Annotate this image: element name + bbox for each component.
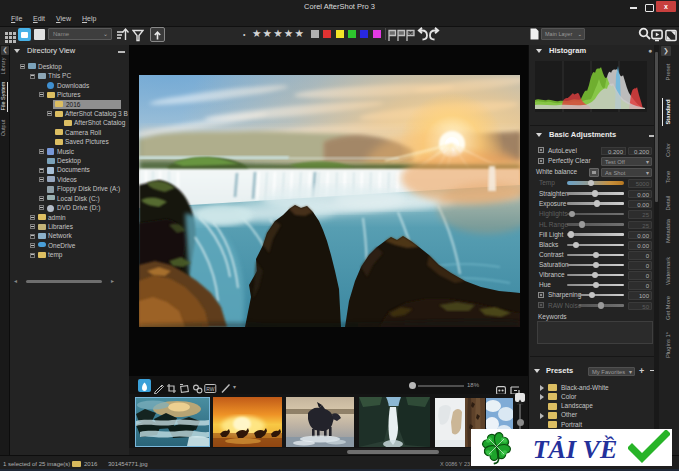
- svg-text:RW: RW: [206, 386, 215, 392]
